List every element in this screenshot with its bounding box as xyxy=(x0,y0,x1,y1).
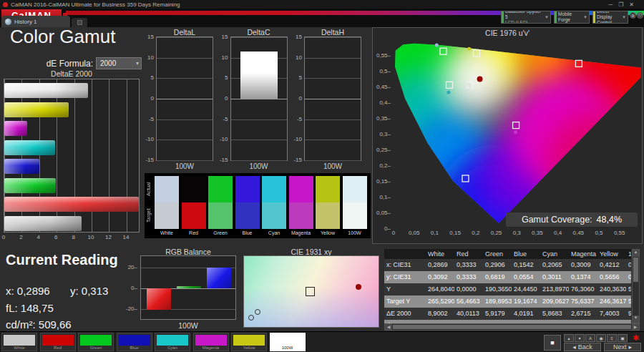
scroll-left-arrow-icon[interactable]: ◀ xyxy=(385,324,392,330)
deltae-bar-magenta xyxy=(4,121,27,136)
maximize-button[interactable]: ❐ xyxy=(618,1,629,8)
table-cell: 209,0627 xyxy=(540,295,569,308)
view-toolbar-button-5[interactable]: ≡ xyxy=(607,334,617,342)
view-toolbar-button-3[interactable]: A xyxy=(585,334,595,342)
patch-label: Magenta xyxy=(194,346,228,350)
table-row[interactable]: y: CIE310,30920,33330,68190,05540,30110,… xyxy=(384,271,631,283)
table-cell: 0,3009 xyxy=(569,259,597,271)
minimize-button[interactable]: ─ xyxy=(608,1,618,8)
swatch-target-white xyxy=(155,202,179,229)
table-row[interactable]: ΔE 20008,900240,01135,91794,01915,86832,… xyxy=(384,308,631,320)
close-button[interactable]: ✕ xyxy=(629,1,640,8)
meter-dropdown[interactable]: Datacolor Spyder 5LCD (LED) ▾ xyxy=(501,11,551,24)
back-button[interactable]: ◂ Back xyxy=(564,343,601,351)
swatch-label: Blue xyxy=(233,230,262,235)
scroll-up-arrow-icon[interactable]: ▲ xyxy=(633,250,639,257)
gamut-coverage-label: Gamut Coverage: xyxy=(522,215,592,225)
table-cell: 0,4212 xyxy=(597,259,626,271)
swatch-panel: Actual Target WhiteRedGreenBlueCyanMagen… xyxy=(145,173,371,238)
source-dropdown[interactable]: Mobile Forge ▾ xyxy=(554,11,590,24)
x-tick-label: 12 xyxy=(102,234,114,240)
y-tick-label: 0,25– xyxy=(373,147,391,153)
hscroll-thumb[interactable] xyxy=(393,325,631,329)
gamut-coverage-value: 48,4% xyxy=(597,215,622,225)
swatch-label: 100W xyxy=(341,230,369,235)
patch-button-red[interactable]: Red xyxy=(40,333,76,351)
column-header-magenta: Magenta xyxy=(569,249,597,259)
vscroll-thumb[interactable] xyxy=(633,258,638,282)
table-cell: 0,3333 xyxy=(454,271,483,283)
table-row[interactable]: Y264,80400,0000190,365024,4450213,897076… xyxy=(384,283,631,295)
patch-button-100w[interactable]: 100W xyxy=(270,333,306,351)
column-header-100w: 100W xyxy=(626,249,631,259)
gamut-table: WhiteRedGreenBlueCyanMagentaYellow100Wx:… xyxy=(384,249,631,323)
patch-label: Red xyxy=(41,346,75,350)
table-cell: 7,4003 xyxy=(597,308,626,320)
patch-button-green[interactable]: Green xyxy=(78,333,114,351)
gridline xyxy=(231,99,287,99)
settings-button[interactable]: ⚙ xyxy=(630,12,636,19)
patch-button-blue[interactable]: Blue xyxy=(117,333,152,351)
view-toolbar-button-4[interactable]: ◉ xyxy=(596,334,606,342)
deltac-bar xyxy=(240,52,278,99)
measured-point-marker xyxy=(477,76,483,82)
delta-chart-title: DeltaL xyxy=(156,28,213,36)
view-toolbar-button-2[interactable]: ▾ xyxy=(575,334,585,342)
table-cell: 0,2065 xyxy=(540,259,569,271)
table-cell: 0,1542 xyxy=(512,259,540,271)
swatch-target-cyan xyxy=(262,202,286,229)
patch-button-white[interactable]: White xyxy=(1,333,37,351)
cie1976-x-axis: 00,050,10,150,20,250,30,350,40,450,50,55 xyxy=(373,230,642,238)
y-tick-label: 0 xyxy=(216,95,228,102)
de-formula-dropdown[interactable]: 2000 ▾ xyxy=(96,57,142,69)
table-cell: 56,4663 xyxy=(454,295,483,308)
x-tick-label: 4 xyxy=(33,234,44,240)
patch-button-cyan[interactable]: Cyan xyxy=(155,333,190,351)
y-tick-label: 15 xyxy=(142,34,154,40)
swatch-label: Green xyxy=(206,230,235,235)
swatch-target-blue xyxy=(235,202,260,229)
deltae-chart-title: DeltaE 2000 xyxy=(4,69,140,78)
swatch-actual-green xyxy=(208,176,233,202)
cie1976-panel: CIE 1976 u'v' 0–0,05–0,1–0, xyxy=(372,27,643,244)
y-tick-label: 15 xyxy=(290,34,302,40)
power-button[interactable]: ⏻ xyxy=(637,12,643,19)
gridline xyxy=(157,140,213,140)
deltac-chart xyxy=(230,36,288,161)
table-vscrollbar[interactable]: ▲ ▼ xyxy=(632,249,640,323)
stop-button[interactable]: ■ xyxy=(544,335,561,351)
rgb-bar-green xyxy=(177,286,201,288)
y-tick-label: -10 xyxy=(216,136,228,142)
table-cell: 40,0113 xyxy=(454,308,483,320)
scroll-down-arrow-icon[interactable]: ▼ xyxy=(633,316,639,323)
current-reading-y: y: 0,313 xyxy=(70,285,108,297)
patch-color xyxy=(42,335,74,346)
patch-label: Blue xyxy=(117,346,152,350)
table-cell: 240,3630 xyxy=(597,283,626,295)
patch-color xyxy=(195,335,227,346)
patch-button-yellow[interactable]: Yellow xyxy=(231,333,267,351)
deltae-chart xyxy=(4,79,140,233)
deltae-bar-cyan xyxy=(4,140,55,155)
view-toolbar-button-1[interactable]: ▴ xyxy=(564,334,574,342)
y-tick-label: 0,3– xyxy=(373,131,391,137)
view-toolbar-button-6[interactable]: ▣ xyxy=(618,334,628,342)
patch-label: Cyan xyxy=(155,346,190,350)
table-row[interactable]: x: CIE310,28690,33330,29060,15420,20650,… xyxy=(384,259,631,271)
back-arrow-icon: ◂ xyxy=(572,343,576,351)
swatch-actual-cyan xyxy=(262,176,286,202)
delta-chart-x-label: 100W xyxy=(304,162,361,170)
scroll-right-arrow-icon[interactable]: ▶ xyxy=(632,324,639,330)
patch-button-magenta[interactable]: Magenta xyxy=(193,333,229,351)
data-point-marker xyxy=(514,130,517,134)
control-dropdown[interactable]: Direct Display Control ▾ xyxy=(592,11,628,24)
column-header-green: Green xyxy=(483,249,512,259)
next-button[interactable]: Next ▸ xyxy=(604,343,641,351)
chevron-down-icon: ▾ xyxy=(582,14,589,20)
table-row[interactable]: Target Y265,529056,4663189,895319,167420… xyxy=(384,295,631,308)
y-tick-label: -15 xyxy=(290,157,302,163)
table-cell: 4,0191 xyxy=(512,308,540,320)
patch-label: White xyxy=(2,346,36,350)
column-header-red: Red xyxy=(454,249,483,259)
table-hscrollbar[interactable]: ◀ ▶ xyxy=(384,323,640,331)
